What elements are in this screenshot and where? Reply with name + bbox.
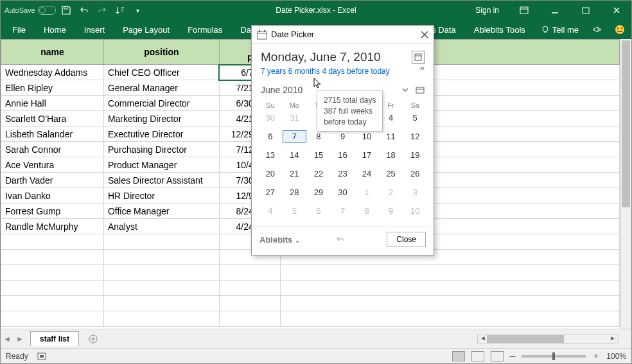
calendar-day[interactable]: 16 — [331, 149, 355, 161]
calendar-day[interactable]: 31 — [283, 112, 307, 124]
calendar-day[interactable]: 30 — [258, 112, 283, 124]
calendar-day[interactable]: 26 — [403, 168, 427, 180]
calendar-day[interactable]: 8 — [306, 130, 331, 143]
tab-file[interactable]: File — [3, 20, 35, 39]
tab-page-layout[interactable]: Page Layout — [114, 20, 179, 39]
cell-position[interactable]: Analyst — [103, 219, 219, 234]
calendar-day[interactable]: 7 — [283, 130, 307, 143]
blank-cell[interactable] — [103, 311, 219, 327]
feedback-icon[interactable] — [608, 24, 631, 35]
cell-name[interactable]: Ivan Danko — [1, 188, 104, 204]
cell-name[interactable]: Scarlett O'Hara — [1, 111, 104, 126]
calendar-day[interactable]: 12 — [403, 130, 427, 143]
calendar-day[interactable]: 2 — [379, 186, 403, 198]
vertical-scrollbar[interactable] — [620, 39, 631, 329]
blank-cell[interactable] — [219, 296, 280, 311]
zoom-out-icon[interactable]: ─ — [510, 352, 516, 361]
calendar-day[interactable]: 29 — [306, 186, 331, 198]
blank-cell[interactable] — [1, 234, 104, 250]
maximize-icon[interactable] — [571, 1, 601, 20]
tab-insert[interactable]: Insert — [75, 20, 114, 39]
calendar-day[interactable]: 10 — [403, 205, 427, 217]
cell-name[interactable]: Forrest Gump — [1, 204, 104, 219]
picker-close-icon[interactable] — [421, 31, 428, 39]
save-icon[interactable] — [58, 3, 74, 18]
autosave-toggle[interactable]: AutoSave — [4, 6, 56, 15]
calendar-day[interactable]: 23 — [331, 168, 355, 180]
calendar-day[interactable]: 14 — [283, 149, 307, 161]
calendar-day[interactable]: 22 — [306, 168, 331, 180]
calendar-day[interactable]: 27 — [258, 186, 283, 198]
blank-cell[interactable] — [103, 281, 219, 296]
blank-cell[interactable] — [103, 250, 219, 265]
header-position[interactable]: position — [103, 40, 219, 65]
calendar-day[interactable]: 13 — [258, 149, 283, 161]
calendar-day[interactable]: 21 — [283, 168, 307, 180]
header-name[interactable]: name — [1, 40, 104, 65]
calendar-day[interactable]: 19 — [403, 149, 427, 161]
cell-name[interactable]: Annie Hall — [1, 96, 104, 111]
calendar-day[interactable]: 9 — [331, 130, 355, 143]
cell-name[interactable]: Ellen Ripley — [1, 80, 104, 96]
close-button[interactable]: Close — [387, 232, 426, 247]
close-icon[interactable] — [602, 1, 631, 20]
cell-name[interactable]: Ace Ventura — [1, 157, 104, 173]
cell-name[interactable]: Randle McMurphy — [1, 219, 104, 234]
month-label[interactable]: June 2010 — [261, 85, 303, 95]
cell-position[interactable]: Product Manager — [103, 157, 219, 173]
cell-position[interactable]: Exectutive Director — [103, 126, 219, 142]
blank-cell[interactable] — [1, 265, 104, 281]
sort-icon[interactable] — [112, 3, 128, 18]
tab-nav-prev-icon[interactable]: ◄ — [1, 334, 13, 343]
blank-cell[interactable] — [1, 250, 104, 265]
cell-name[interactable]: Wednesday Addams — [1, 65, 104, 80]
blank-cell[interactable] — [280, 281, 619, 296]
blank-cell[interactable] — [219, 311, 280, 327]
tab-home[interactable]: Home — [35, 20, 75, 39]
calendar-day[interactable]: 10 — [355, 130, 379, 143]
blank-cell[interactable] — [280, 296, 619, 311]
zoom-in-icon[interactable]: ＋ — [592, 351, 600, 361]
blank-cell[interactable] — [103, 234, 219, 250]
ablebits-brand[interactable]: Ablebits ⌄ — [259, 235, 300, 245]
signin-button[interactable]: Sign in — [466, 1, 508, 20]
calendar-day[interactable]: 7 — [331, 205, 355, 217]
calendar-day[interactable]: 18 — [379, 149, 403, 161]
calendar-day[interactable]: 6 — [306, 205, 331, 217]
tell-me[interactable]: Tell me — [534, 25, 585, 35]
tab-ablebits-tools[interactable]: Ablebits Tools — [465, 20, 534, 39]
calendar-day[interactable]: 15 — [306, 149, 331, 161]
blank-cell[interactable] — [219, 265, 280, 281]
cell-name[interactable]: Lisbeth Salander — [1, 126, 104, 142]
horizontal-scrollbar[interactable]: ◄ ► — [477, 334, 619, 344]
blank-cell[interactable] — [1, 311, 104, 327]
calendar-day[interactable]: 20 — [258, 168, 283, 180]
cell-position[interactable]: Sales Director Assistant — [103, 173, 219, 188]
cell-position[interactable]: Purchasing Director — [103, 142, 219, 157]
view-page-break-icon[interactable] — [491, 351, 504, 361]
calendar-day[interactable]: 9 — [379, 205, 403, 217]
calendar-day[interactable]: 6 — [258, 130, 283, 143]
undo-icon[interactable] — [335, 235, 346, 244]
calendar-day[interactable]: 24 — [355, 168, 379, 180]
calendar-day[interactable]: 5 — [403, 112, 427, 124]
tab-nav-next-icon[interactable]: ► — [13, 334, 26, 343]
relative-date-link[interactable]: 7 years 6 months 4 days before today — [252, 65, 434, 81]
today-icon[interactable] — [416, 86, 425, 94]
cell-position[interactable]: Chief CEO Officer — [103, 65, 219, 80]
tab-formulas[interactable]: Formulas — [179, 20, 231, 39]
calendar-day[interactable]: 25 — [379, 168, 403, 180]
blank-cell[interactable] — [1, 281, 104, 296]
blank-cell[interactable] — [280, 265, 619, 281]
calendar-day[interactable]: 4 — [258, 205, 283, 217]
zoom-level[interactable]: 100% — [606, 352, 626, 361]
blank-cell[interactable] — [1, 296, 104, 311]
blank-cell[interactable] — [219, 281, 280, 296]
qat-more-icon[interactable]: ▾ — [130, 3, 146, 18]
expand-icon[interactable]: » — [420, 63, 425, 73]
blank-cell[interactable] — [103, 296, 219, 311]
add-sheet-icon[interactable] — [88, 334, 98, 344]
calculator-icon[interactable] — [412, 51, 425, 64]
view-page-layout-icon[interactable] — [471, 351, 484, 361]
share-icon[interactable] — [585, 25, 608, 34]
